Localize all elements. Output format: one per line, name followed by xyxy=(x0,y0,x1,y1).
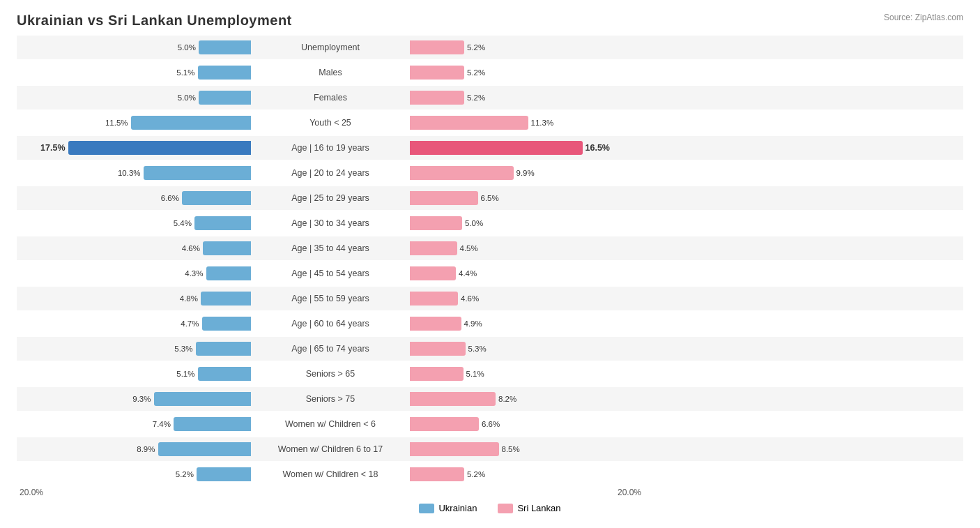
chart-row: 17.5% Age | 16 to 19 years 16.5% xyxy=(17,136,963,160)
pink-bar xyxy=(410,166,514,180)
left-value: 4.3% xyxy=(185,269,203,278)
blue-bar xyxy=(203,241,251,255)
pink-bar xyxy=(410,342,466,356)
left-value: 5.1% xyxy=(176,370,194,378)
chart-row: 7.4% Women w/ Children < 6 6.6% xyxy=(17,412,963,436)
chart-row: 5.4% Age | 30 to 34 years 5.0% xyxy=(17,211,963,235)
row-label: Age | 55 to 59 years xyxy=(254,292,407,305)
pink-bar xyxy=(410,40,464,54)
blue-bar xyxy=(182,191,251,205)
right-value: 5.2% xyxy=(467,68,485,77)
chart-row: 6.6% Age | 25 to 29 years 6.5% xyxy=(17,186,963,210)
row-label: Age | 60 to 64 years xyxy=(254,317,407,330)
row-label: Unemployment xyxy=(254,41,407,54)
left-value: 5.2% xyxy=(176,470,194,478)
srilankan-legend-label: Sri Lankan xyxy=(517,503,560,513)
right-bar-area: 4.6% xyxy=(407,292,644,306)
left-bar-area: 5.1% xyxy=(17,66,254,80)
blue-bar xyxy=(68,141,252,155)
right-bar-area: 4.9% xyxy=(407,317,644,331)
chart-row: 8.9% Women w/ Children 6 to 17 8.5% xyxy=(17,437,963,461)
right-bar-area: 5.2% xyxy=(407,40,644,54)
right-value: 8.2% xyxy=(498,395,516,403)
blue-bar xyxy=(198,367,252,381)
axis-left: 20.0% xyxy=(17,488,254,497)
left-value: 10.3% xyxy=(118,169,141,177)
row-label: Age | 45 to 54 years xyxy=(254,267,407,280)
right-bar-area: 5.3% xyxy=(407,342,644,356)
blue-bar xyxy=(131,116,252,130)
pink-bar xyxy=(410,392,496,406)
left-value: 5.0% xyxy=(178,93,196,102)
right-bar-area: 5.2% xyxy=(407,467,644,481)
left-bar-area: 5.2% xyxy=(17,467,254,481)
right-bar-area: 9.9% xyxy=(407,166,644,180)
right-bar-area: 8.2% xyxy=(407,392,644,406)
legend: Ukrainian Sri Lankan xyxy=(17,503,963,513)
right-value: 4.9% xyxy=(464,319,482,328)
chart-row: 5.0% Females 5.2% xyxy=(17,86,963,110)
axis-row: 20.0% 20.0% xyxy=(17,488,963,497)
left-bar-area: 10.3% xyxy=(17,166,254,180)
left-bar-area: 5.4% xyxy=(17,216,254,230)
left-value: 7.4% xyxy=(153,420,171,428)
left-value: 5.3% xyxy=(174,345,192,353)
left-bar-area: 5.0% xyxy=(17,91,254,105)
chart-row: 5.0% Unemployment 5.2% xyxy=(17,36,963,59)
left-value: 4.8% xyxy=(180,294,198,303)
row-label: Males xyxy=(254,66,407,79)
left-bar-area: 4.6% xyxy=(17,241,254,255)
row-label: Seniors > 75 xyxy=(254,393,407,405)
row-label: Age | 16 to 19 years xyxy=(254,142,407,154)
left-value: 9.3% xyxy=(132,395,151,403)
right-bar-area: 5.0% xyxy=(407,216,644,230)
blue-bar xyxy=(194,216,251,230)
row-label: Females xyxy=(254,91,407,104)
blue-bar xyxy=(202,317,252,331)
chart-row: 5.1% Males 5.2% xyxy=(17,61,963,84)
left-value: 4.7% xyxy=(181,319,199,328)
pink-bar xyxy=(410,241,457,255)
right-value: 5.2% xyxy=(467,93,485,102)
left-bar-area: 9.3% xyxy=(17,392,254,406)
chart-row: 4.7% Age | 60 to 64 years 4.9% xyxy=(17,312,963,335)
left-bar-area: 4.3% xyxy=(17,266,254,280)
chart-area: 5.0% Unemployment 5.2% 5.1% Males 5.2% 5… xyxy=(17,36,963,497)
chart-container: Ukrainian vs Sri Lankan Unemployment Sou… xyxy=(0,0,980,526)
axis-right: 20.0% xyxy=(407,488,644,497)
row-label: Age | 25 to 29 years xyxy=(254,192,407,204)
right-value: 9.9% xyxy=(516,169,535,177)
legend-srilankan: Sri Lankan xyxy=(498,503,560,513)
left-bar-area: 5.0% xyxy=(17,40,254,54)
row-label: Age | 20 to 24 years xyxy=(254,167,407,179)
right-bar-area: 5.2% xyxy=(407,91,644,105)
chart-row: 4.3% Age | 45 to 54 years 4.4% xyxy=(17,262,963,285)
row-label: Women w/ Children 6 to 17 xyxy=(254,443,407,455)
source-label: Source: ZipAtlas.com xyxy=(884,13,963,22)
left-bar-area: 5.1% xyxy=(17,367,254,381)
blue-bar xyxy=(197,467,251,481)
row-label: Age | 35 to 44 years xyxy=(254,242,407,255)
left-value: 5.1% xyxy=(176,68,194,77)
row-label: Age | 65 to 74 years xyxy=(254,342,407,355)
ukrainian-legend-label: Ukrainian xyxy=(438,503,477,513)
blue-bar xyxy=(158,442,252,456)
right-value: 5.2% xyxy=(467,43,485,52)
left-value: 5.0% xyxy=(178,43,196,52)
row-label: Age | 30 to 34 years xyxy=(254,217,407,229)
left-bar-area: 17.5% xyxy=(17,141,254,155)
chart-title: Ukrainian vs Sri Lankan Unemployment xyxy=(17,13,963,29)
pink-bar xyxy=(410,66,464,80)
right-value: 4.4% xyxy=(459,269,477,278)
right-bar-area: 6.5% xyxy=(407,191,644,205)
chart-row: 4.8% Age | 55 to 59 years 4.6% xyxy=(17,287,963,310)
right-bar-area: 11.3% xyxy=(407,116,644,130)
pink-bar xyxy=(410,116,528,130)
blue-bar xyxy=(144,166,252,180)
pink-bar xyxy=(410,292,458,306)
blue-bar xyxy=(154,392,252,406)
pink-bar xyxy=(410,467,464,481)
blue-bar xyxy=(199,40,251,54)
right-value: 11.3% xyxy=(531,119,554,127)
right-bar-area: 5.1% xyxy=(407,367,644,381)
